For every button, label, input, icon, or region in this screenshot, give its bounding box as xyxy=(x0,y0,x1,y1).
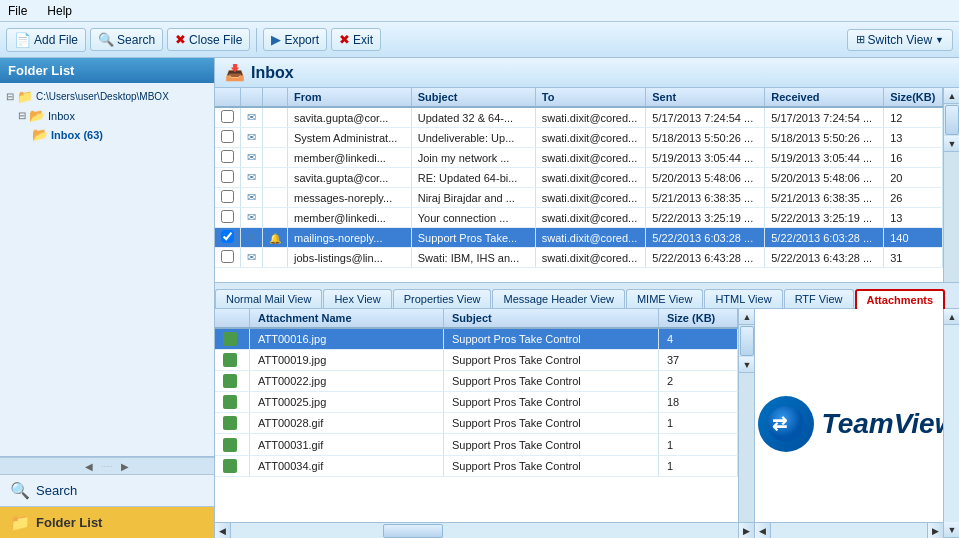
email-list-scrollbar[interactable]: ▲ ▼ xyxy=(943,88,959,282)
email-to: swati.dixit@cored... xyxy=(535,248,646,268)
email-icon: ✉ xyxy=(247,151,256,163)
sidebar-search-label: Search xyxy=(36,483,77,498)
att-scroll-thumb[interactable] xyxy=(740,326,754,356)
menu-file[interactable]: File xyxy=(4,3,31,19)
preview-h-scrollbar[interactable]: ◀ ▶ xyxy=(755,522,943,538)
attachment-row[interactable]: ATT00031.gif Support Pros Take Control 1 xyxy=(215,434,738,455)
email-icon: ✉ xyxy=(247,231,256,243)
attachment-row[interactable]: ATT00022.jpg Support Pros Take Control 2 xyxy=(215,371,738,392)
exit-button[interactable]: ✖ Exit xyxy=(331,28,381,51)
email-row[interactable]: ✉ savita.gupta@cor... Updated 32 & 64-..… xyxy=(215,107,943,128)
col-received[interactable]: Received xyxy=(765,88,884,107)
view-tab-rtf[interactable]: RTF View xyxy=(784,289,854,308)
email-scroll-down-arrow[interactable]: ▼ xyxy=(944,136,959,152)
export-button[interactable]: ▶ Export xyxy=(263,28,327,51)
view-tab-hex[interactable]: Hex View xyxy=(323,289,391,308)
attachment-row[interactable]: ATT00019.jpg Support Pros Take Control 3… xyxy=(215,350,738,371)
email-row[interactable]: ✉ savita.gupta@cor... RE: Updated 64-bi.… xyxy=(215,168,943,188)
email-row[interactable]: ✉ member@linkedi... Your connection ... … xyxy=(215,208,943,228)
email-scroll-thumb[interactable] xyxy=(945,105,959,135)
preview-h-right-arrow[interactable]: ▶ xyxy=(927,523,943,539)
inbox-icon: 📥 xyxy=(225,63,245,82)
email-row[interactable]: ✉ 🔔 mailings-noreply... Support Pros Tak… xyxy=(215,228,943,248)
exit-icon: ✖ xyxy=(339,32,350,47)
search-toolbar-button[interactable]: 🔍 Search xyxy=(90,28,163,51)
scroll-right-icon[interactable]: ▶ xyxy=(121,461,129,472)
view-tab-mime[interactable]: MIME View xyxy=(626,289,703,308)
email-size: 140 xyxy=(884,228,943,248)
switch-view-button[interactable]: ⊞ Switch View ▼ xyxy=(847,29,953,51)
preview-scroll-up-arrow[interactable]: ▲ xyxy=(944,309,959,325)
view-tab-properties[interactable]: Properties View xyxy=(393,289,492,308)
attachment-row[interactable]: ATT00028.gif Support Pros Take Control 1 xyxy=(215,413,738,434)
col-sent[interactable]: Sent xyxy=(646,88,765,107)
attachment-row[interactable]: ATT00034.gif Support Pros Take Control 1 xyxy=(215,455,738,476)
sidebar-item-inbox[interactable]: 📂 Inbox (63) xyxy=(4,125,210,144)
att-list-scrollbar[interactable]: ▲ ▼ xyxy=(738,309,754,522)
col-from[interactable]: From xyxy=(288,88,412,107)
sidebar-folder-button[interactable]: 📁 Folder List xyxy=(0,507,214,538)
att-subject: Support Pros Take Control xyxy=(443,371,658,392)
email-from: savita.gupta@cor... xyxy=(288,107,412,128)
preview-scrollbar[interactable]: ▲ ▼ xyxy=(943,309,959,538)
view-tab-html[interactable]: HTML View xyxy=(704,289,782,308)
view-tab-message_header[interactable]: Message Header View xyxy=(492,289,624,308)
email-scroll-up-arrow[interactable]: ▲ xyxy=(944,88,959,104)
email-received: 5/22/2013 6:03:28 ... xyxy=(765,228,884,248)
att-col-size[interactable]: Size (KB) xyxy=(658,309,737,328)
sidebar-item-mbox[interactable]: ⊟ 📂 Inbox xyxy=(4,106,210,125)
col-to[interactable]: To xyxy=(535,88,646,107)
attachment-file-icon xyxy=(223,353,237,367)
preview-h-track[interactable] xyxy=(771,523,927,538)
view-tab-attachments[interactable]: Attachments xyxy=(855,289,946,309)
preview-scroll-down-arrow[interactable]: ▼ xyxy=(944,522,959,538)
attachment-row[interactable]: ATT00025.jpg Support Pros Take Control 1… xyxy=(215,392,738,413)
email-checkbox[interactable] xyxy=(221,170,234,183)
email-checkbox[interactable] xyxy=(221,190,234,203)
sidebar-header: Folder List xyxy=(0,58,214,83)
close-file-button[interactable]: ✖ Close File xyxy=(167,28,250,51)
h-scroll-thumb[interactable] xyxy=(383,524,443,538)
email-from: mailings-noreply... xyxy=(288,228,412,248)
att-horizontal-scrollbar[interactable]: ◀ ▶ xyxy=(215,522,754,538)
add-file-button[interactable]: 📄 Add File xyxy=(6,28,86,52)
att-col-subject[interactable]: Subject xyxy=(443,309,658,328)
col-subject[interactable]: Subject xyxy=(411,88,535,107)
col-size[interactable]: Size(KB) xyxy=(884,88,943,107)
menu-help[interactable]: Help xyxy=(43,3,76,19)
email-scroll-track[interactable] xyxy=(944,105,959,135)
email-row[interactable]: ✉ System Administrat... Undeliverable: U… xyxy=(215,128,943,148)
scroll-left-icon[interactable]: ◀ xyxy=(85,461,93,472)
attachment-row[interactable]: ATT00016.jpg Support Pros Take Control 4 xyxy=(215,328,738,350)
email-row[interactable]: ✉ jobs-listings@lin... Swati: IBM, IHS a… xyxy=(215,248,943,268)
email-checkbox[interactable] xyxy=(221,150,234,163)
folder-list-icon: 📁 xyxy=(10,513,30,532)
h-scroll-right-arrow[interactable]: ▶ xyxy=(738,523,754,539)
sidebar-mbox-label: Inbox xyxy=(48,110,75,122)
preview-scroll-track[interactable] xyxy=(944,325,959,522)
sidebar-search-button[interactable]: 🔍 Search xyxy=(0,475,214,507)
sidebar-tree[interactable]: ⊟ 📁 C:\Users\user\Desktop\MBOX ⊟ 📂 Inbox… xyxy=(0,83,214,456)
att-col-name[interactable]: Attachment Name xyxy=(250,309,444,328)
att-scroll-down-arrow[interactable]: ▼ xyxy=(739,357,754,373)
email-checkbox[interactable] xyxy=(221,210,234,223)
email-received: 5/17/2013 7:24:54 ... xyxy=(765,107,884,128)
att-scroll-track[interactable] xyxy=(739,326,754,356)
email-row[interactable]: ✉ messages-noreply... Niraj Birajdar and… xyxy=(215,188,943,208)
switch-view-icon: ⊞ xyxy=(856,33,865,46)
sidebar-item-root[interactable]: ⊟ 📁 C:\Users\user\Desktop\MBOX xyxy=(4,87,210,106)
email-to: swati.dixit@cored... xyxy=(535,208,646,228)
email-icon: ✉ xyxy=(247,191,256,203)
email-checkbox[interactable] xyxy=(221,110,234,123)
email-checkbox[interactable] xyxy=(221,130,234,143)
preview-h-left-arrow[interactable]: ◀ xyxy=(755,523,771,539)
h-scroll-track[interactable] xyxy=(231,523,738,538)
view-tab-normal[interactable]: Normal Mail View xyxy=(215,289,322,308)
email-row[interactable]: ✉ member@linkedi... Join my network ... … xyxy=(215,148,943,168)
h-scroll-left-arrow[interactable]: ◀ xyxy=(215,523,231,539)
att-subject: Support Pros Take Control xyxy=(443,350,658,371)
email-sent: 5/19/2013 3:05:44 ... xyxy=(646,148,765,168)
email-checkbox[interactable] xyxy=(221,250,234,263)
email-checkbox[interactable] xyxy=(221,230,234,243)
att-scroll-up-arrow[interactable]: ▲ xyxy=(739,309,754,325)
